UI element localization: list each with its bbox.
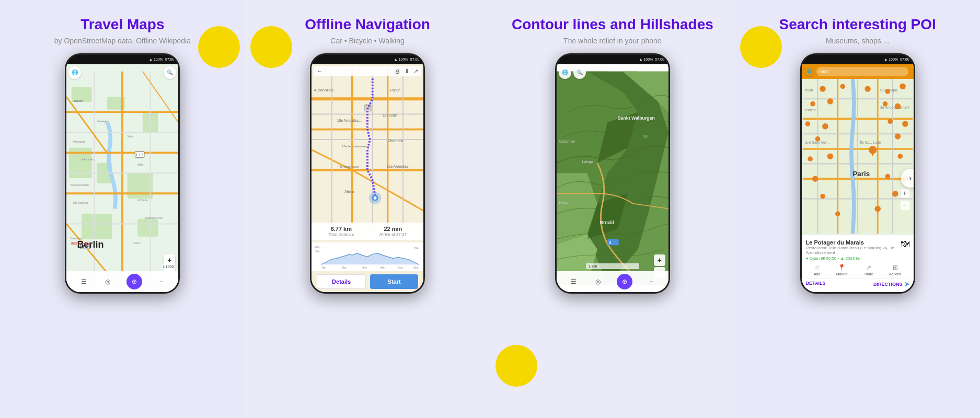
hillshade-svg: Sankt Walburgen Brückl Gutschein Sp... L… (557, 64, 668, 292)
poi-footer: DETAILS DIRECTIONS ➤ (806, 278, 909, 288)
nav-distance: 6.77 km Total distance (328, 226, 354, 237)
poi-action-actions[interactable]: ⊞ Actions (889, 264, 901, 276)
svg-point-82 (822, 123, 828, 129)
details-link[interactable]: DETAILS (806, 281, 826, 288)
zoom-plus-3[interactable]: + (654, 254, 665, 266)
menu-icon-1[interactable]: ☰ (78, 276, 89, 287)
poi-distance: 2023 km (846, 256, 862, 261)
svg-point-94 (892, 191, 898, 196)
status-bar-2: ▲ 100% 07:00 (312, 55, 423, 64)
minus-icon-1[interactable]: − (156, 276, 166, 287)
search-icon-3[interactable]: 🔍 (573, 66, 586, 79)
nav-time-label: Arrive at 17:27 (379, 232, 407, 237)
svg-text:2km: 2km (342, 266, 347, 269)
location-btn-3[interactable]: ⊕ (617, 274, 632, 289)
map-toolbar-1: 🌐 🔍 (68, 66, 176, 79)
svg-text:Latego: Latego (582, 159, 593, 164)
svg-point-75 (885, 89, 890, 94)
directions-link[interactable]: DIRECTIONS ➤ (873, 281, 909, 288)
panel-2-subtitle: Car • Bicycle • Walking (330, 37, 405, 45)
details-button[interactable]: Details (317, 274, 366, 289)
compass-icon-3[interactable]: ◎ (593, 276, 603, 287)
svg-text:4km: 4km (381, 266, 385, 269)
poi-action-marker[interactable]: 📍 Marker (836, 264, 848, 276)
phone-2-wrapper: ▲ 100% 07:00 (256, 53, 480, 408)
svg-text:Paris: Paris (852, 170, 870, 178)
directions-label: DIRECTIONS (873, 282, 903, 287)
status-bar-4: ▲ 100% 07:00 (802, 55, 914, 64)
svg-text:Gutschein: Gutschein (559, 140, 575, 143)
back-icon[interactable]: ← (317, 68, 322, 74)
elevation-chart-svg: 70m 60m 1km 2km 3km 4km 5km 6km (314, 243, 421, 270)
svg-text:Île Saint-Louis: Île Saint-Louis (339, 165, 359, 168)
map-poi: 🌐 ment (802, 64, 914, 292)
map-bottom-bar-3: ☰ ◎ ⊕ − (557, 271, 668, 292)
svg-text:3km: 3km (362, 266, 367, 269)
status-signal-3: ▲ 100% (639, 57, 653, 61)
menu-icon-3[interactable]: ☰ (569, 276, 579, 287)
phone-3-screen: Sankt Walburgen Brückl Gutschein Sp... L… (557, 64, 668, 292)
minus-icon-3[interactable]: − (646, 276, 656, 287)
svg-point-83 (887, 119, 893, 124)
phone-2-screen: Aubervilliers Pantin 18e Arrondiss... Le… (312, 64, 423, 292)
svg-text:Les Lilas: Les Lilas (383, 113, 397, 117)
svg-text:Pantin: Pantin (390, 88, 400, 91)
poi-status: ● Open till 00:50 • ▲ 2023 km (806, 256, 901, 261)
poi-action-share[interactable]: ↗ Share (863, 264, 873, 276)
svg-point-80 (894, 103, 900, 109)
nav-distance-value: 6.77 km (328, 226, 354, 232)
svg-point-81 (805, 121, 810, 126)
panel-travel-maps: Travel Maps by OpenStreetMap data, Offli… (0, 0, 245, 418)
svg-text:lement: lement (805, 108, 815, 112)
share-label: Share (863, 272, 873, 276)
print-icon[interactable]: 🖨 (395, 68, 400, 75)
panel-1-subtitle: by OpenStreetMap data, Offline Wikipedia (54, 37, 191, 45)
location-btn-1[interactable]: ⊕ (126, 274, 142, 289)
svg-text:Brückl: Brückl (600, 219, 614, 225)
map-scale-1: L 1000 (161, 264, 175, 269)
nav-toolbar: ← 🖨 ⬇ ↗ (314, 66, 421, 76)
panel-poi: Search interesting POI Museums, shops ..… (735, 0, 980, 418)
status-signal-1: ▲ 100% (149, 57, 163, 61)
svg-text:Zille-Siedlung: Zille-Siedlung (73, 201, 88, 204)
svg-point-84 (902, 121, 908, 126)
map-bottom-bar-1: ☰ ◎ ⊕ − (66, 271, 178, 292)
svg-point-78 (827, 98, 833, 104)
download-icon[interactable]: ⬇ (405, 68, 409, 75)
poi-action-add[interactable]: ☆ Add (814, 264, 820, 276)
globe-icon-3[interactable]: 🌐 (559, 66, 571, 79)
status-signal-4: ▲ 100% (884, 57, 898, 61)
svg-text:12e Arrondiss...: 12e Arrondiss... (387, 164, 411, 168)
share-icon[interactable]: ↗ (413, 68, 418, 75)
poi-card: Le Potager du Marais Restaurant: Rue Ram… (802, 235, 914, 292)
svg-point-86 (894, 133, 900, 139)
svg-text:Luisen...: Luisen... (133, 242, 142, 245)
nav-buttons: Details Start (312, 274, 423, 289)
berlin-date: des 17. Jun. (71, 241, 91, 245)
start-button[interactable]: Start (370, 274, 418, 289)
globe-icon-4[interactable]: 🌐 (805, 67, 814, 76)
nav-chart: 70m 60m 1km 2km 3km 4km 5km 6km (312, 242, 423, 271)
globe-icon[interactable]: 🌐 (68, 66, 81, 79)
svg-text:Île So... Louis: Île So... Louis (859, 140, 881, 144)
poi-search-bar[interactable]: ment (816, 67, 908, 76)
svg-point-79 (882, 101, 887, 107)
svg-text:ment: ment (805, 88, 813, 92)
compass-icon-1[interactable]: ◎ (102, 276, 113, 287)
svg-text:Alt-Berlin: Alt-Berlin (138, 199, 148, 201)
panel-navigation: Offline Navigation Car • Bicycle • Walki… (245, 0, 490, 418)
svg-text:−: − (903, 201, 907, 208)
berlin-map-svg: Falkplatz Vinetaplatz Arkomplatz Mitte A… (66, 64, 178, 292)
svg-point-89 (897, 154, 903, 159)
panel-1-title: Travel Maps (80, 16, 164, 33)
poi-open: Open till 00:50 (810, 256, 837, 261)
panel-4-title: Search interesting POI (779, 16, 936, 33)
share-icon: ↗ (866, 264, 871, 271)
nav-time-value: 22 min (379, 226, 407, 232)
svg-point-72 (820, 86, 825, 91)
status-time-2: 07:00 (410, 57, 420, 61)
svg-text:Mitte: Mitte (128, 135, 133, 138)
svg-point-85 (815, 136, 820, 142)
search-map-icon[interactable]: 🔍 (164, 66, 176, 79)
status-bar-1: ▲ 100% 07:00 (66, 55, 178, 64)
